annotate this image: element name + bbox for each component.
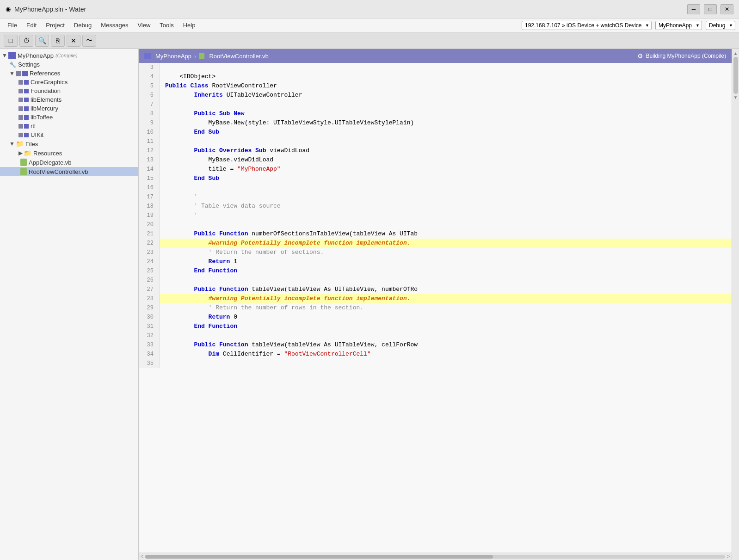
line-number: 11 [139, 137, 160, 146]
line-number: 22 [139, 239, 160, 248]
line-number: 8 [139, 109, 160, 118]
chevron-down-icon: ▼ [9, 70, 15, 77]
line-number: 20 [139, 220, 160, 229]
line-content: ' Return the number of rows in the secti… [160, 303, 732, 313]
code-line: 13 MyBase.viewDidLoad [139, 155, 732, 165]
scroll-right-btn[interactable]: > [727, 554, 730, 559]
menu-messages[interactable]: Messages [97, 20, 132, 31]
code-line: 3 [139, 63, 732, 72]
code-line: 8 Public Sub New [139, 109, 732, 118]
line-content: MyBase.viewDidLoad [160, 155, 732, 165]
line-number: 3 [139, 63, 160, 72]
sidebar-item-coregraphics[interactable]: CoreGraphics [0, 78, 138, 86]
sidebar-item-libelements[interactable]: libElements [0, 95, 138, 104]
ref-icon-2 [24, 89, 29, 93]
sidebar-item-files[interactable]: ▼ 📁 Files [0, 139, 138, 148]
minimize-button[interactable]: ─ [687, 4, 700, 14]
app-dropdown[interactable]: MyPhoneApp [655, 21, 702, 30]
line-number: 25 [139, 266, 160, 276]
code-editor[interactable]: 34 <IBObject>5Public Class RootViewContr… [139, 63, 732, 553]
bottom-scrollbar[interactable]: < > [139, 553, 732, 560]
menu-view[interactable]: View [134, 20, 154, 31]
sidebar-item-myphoneapp[interactable]: ▼ MyPhoneApp (Compile) [0, 51, 138, 60]
line-number: 10 [139, 128, 160, 137]
menu-bar: File Edit Project Debug Messages View To… [0, 18, 739, 32]
toolbar-history-btn[interactable]: ⏱ [19, 35, 33, 47]
ref-icon-1 [18, 124, 23, 129]
file-icon-small [199, 53, 204, 59]
code-line: 14 title = "MyPhoneApp" [139, 165, 732, 174]
project-icon [8, 52, 16, 59]
line-number: 35 [139, 359, 160, 368]
code-line: 24 Return 1 [139, 257, 732, 266]
horizontal-scrollbar-thumb[interactable] [145, 555, 493, 559]
ref-icon-1 [18, 80, 23, 85]
menu-file[interactable]: File [4, 20, 21, 31]
menu-help[interactable]: Help [179, 20, 199, 31]
code-line: 19 ' [139, 211, 732, 220]
sidebar-item-settings[interactable]: 🔧 Settings [0, 60, 138, 69]
line-content: Public Overrides Sub viewDidLoad [160, 146, 732, 155]
line-number: 27 [139, 285, 160, 294]
line-number: 13 [139, 155, 160, 165]
scroll-down-btn[interactable]: ▼ [732, 95, 739, 100]
breadcrumb-file: RootViewController.vb [209, 53, 268, 60]
line-content: Return 0 [160, 313, 732, 322]
line-number: 6 [139, 91, 160, 100]
ref-icon-2 [24, 80, 29, 85]
sidebar-item-references[interactable]: ▼ References [0, 69, 138, 78]
toolbar-cancel-btn[interactable]: ✕ [67, 35, 80, 47]
sidebar-item-rootviewcontroller[interactable]: RootViewController.vb [0, 167, 138, 176]
code-line: 21 Public Function numberOfSectionsInTab… [139, 229, 732, 239]
code-line: 11 [139, 137, 732, 146]
maximize-button[interactable]: □ [704, 4, 717, 14]
sidebar-item-uikit[interactable]: UIKit [0, 130, 138, 139]
app-icon: ◉ [6, 6, 11, 12]
close-button[interactable]: ✕ [721, 4, 733, 14]
device-dropdown[interactable]: 192.168.7.107 » iOS Device + watchOS Dev… [522, 21, 652, 30]
line-number: 9 [139, 118, 160, 128]
line-content: <IBObject> [160, 72, 732, 81]
chevron-down-icon: ▼ [9, 141, 15, 147]
vertical-scrollbar[interactable]: ▲ ▼ [732, 49, 739, 560]
toolbar-search-btn[interactable]: 🔍 [35, 35, 49, 47]
sidebar-compile-note: (Compile) [55, 53, 78, 58]
menu-project[interactable]: Project [42, 20, 68, 31]
vertical-scrollbar-thumb[interactable] [733, 57, 738, 94]
sidebar-label: libToffee [31, 114, 53, 121]
line-content: ' [160, 211, 732, 220]
line-content: Return 1 [160, 257, 732, 266]
sidebar-item-resources[interactable]: ▶ 📁 Resources [0, 148, 138, 158]
sidebar-item-libmercury[interactable]: libMercury [0, 104, 138, 113]
sidebar-label: rtl [31, 123, 36, 129]
horizontal-scrollbar-track[interactable] [145, 555, 725, 559]
config-dropdown[interactable]: Debug [706, 21, 735, 30]
device-selector-group: 192.168.7.107 » iOS Device + watchOS Dev… [522, 21, 735, 30]
chevron-down-icon: ▼ [2, 52, 7, 59]
menu-debug[interactable]: Debug [70, 20, 95, 31]
line-content: #warning Potentially incomplete function… [160, 239, 732, 248]
line-number: 32 [139, 331, 160, 340]
line-content: title = "MyPhoneApp" [160, 165, 732, 174]
sidebar-item-rtl[interactable]: rtl [0, 122, 138, 130]
line-content: ' Return the number of sections. [160, 248, 732, 257]
ref-icon-2 [24, 106, 29, 111]
menu-edit[interactable]: Edit [23, 20, 40, 31]
code-line: 23 ' Return the number of sections. [139, 248, 732, 257]
toolbar-wave-btn[interactable]: 〜 [82, 35, 96, 47]
line-content: End Sub [160, 128, 732, 137]
code-line: 10 End Sub [139, 128, 732, 137]
code-line: 22 #warning Potentially incomplete funct… [139, 239, 732, 248]
menu-tools[interactable]: Tools [156, 20, 177, 31]
code-line: 6 Inherits UITableViewController [139, 91, 732, 100]
sidebar-label: MyPhoneApp [18, 52, 54, 59]
code-line: 15 End Sub [139, 174, 732, 183]
sidebar-item-libtoffee[interactable]: libToffee [0, 113, 138, 122]
sidebar-item-foundation[interactable]: Foundation [0, 86, 138, 95]
toolbar-stop-btn[interactable]: □ [4, 35, 18, 47]
sidebar-item-appdelegate[interactable]: AppDelegate.vb [0, 158, 138, 167]
scroll-left-btn[interactable]: < [141, 554, 143, 559]
main-area: ▼ MyPhoneApp (Compile) 🔧 Settings ▼ Refe… [0, 49, 739, 560]
scroll-up-btn[interactable]: ▲ [732, 51, 739, 56]
toolbar-copy-btn[interactable]: ⎘ [51, 35, 65, 47]
